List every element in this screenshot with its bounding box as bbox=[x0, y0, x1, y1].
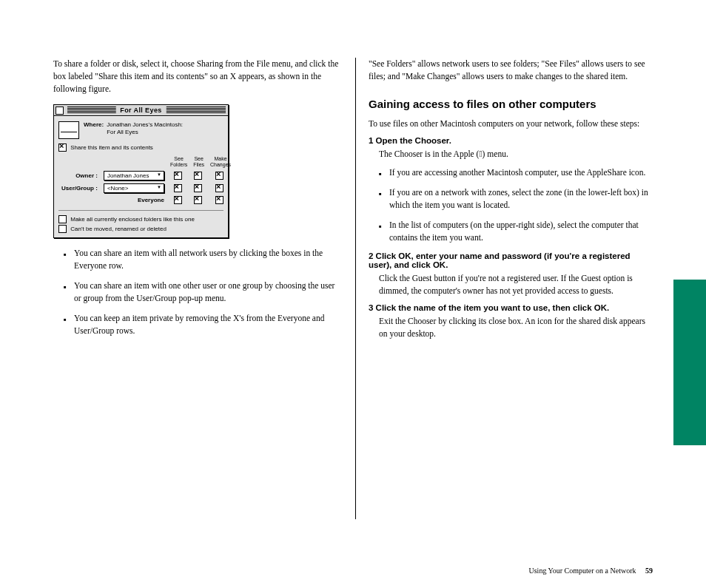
everyone-see-files-checkbox[interactable] bbox=[194, 196, 202, 204]
sharing-window: For All Eyes Where: Jonathan Jones's Mac… bbox=[53, 104, 229, 238]
make-enclosed-checkbox[interactable] bbox=[58, 215, 67, 223]
share-checkbox-label: Share this item and its contents bbox=[70, 144, 153, 151]
footer-section: Using Your Computer on a Network bbox=[529, 567, 636, 575]
group-row-label: User/Group : bbox=[58, 182, 101, 195]
column-divider bbox=[355, 58, 356, 519]
step-1-body: The Chooser is in the Apple () menu. bbox=[369, 148, 651, 160]
permissions-table: See Folders See Files Make Changes Owner… bbox=[58, 156, 234, 206]
group-see-folders-checkbox[interactable] bbox=[174, 184, 182, 192]
group-popup[interactable]: <None> bbox=[104, 183, 164, 193]
locked-checkbox[interactable] bbox=[58, 225, 67, 233]
step-1-label: 1 Open the Chooser. bbox=[369, 136, 651, 145]
close-box-icon[interactable] bbox=[56, 107, 64, 115]
everyone-row-label: Everyone bbox=[101, 195, 167, 206]
where-label: Where: bbox=[84, 121, 104, 128]
share-checkbox-row: Share this item and its contents bbox=[58, 143, 223, 152]
window-titlebar: For All Eyes bbox=[54, 105, 228, 116]
right-bullet-3: In the list of computers (on the upper-r… bbox=[369, 219, 651, 244]
left-bullet-2: You can share an item with one other use… bbox=[53, 280, 342, 305]
step-3-label: 3 Click the name of the item you want to… bbox=[369, 303, 651, 312]
left-bullet-3: You can keep an item private by removing… bbox=[53, 312, 342, 337]
locked-label: Can't be moved, renamed or deleted bbox=[70, 226, 167, 232]
lead-text: To use files on other Macintosh computer… bbox=[369, 118, 651, 130]
group-make-changes-checkbox[interactable] bbox=[215, 184, 223, 192]
intro-paragraph: To share a folder or disk, select it, ch… bbox=[53, 58, 342, 95]
left-column: To share a folder or disk, select it, ch… bbox=[53, 58, 342, 345]
hard-disk-icon bbox=[58, 121, 79, 139]
step-2-body: Click the Guest button if you're not a r… bbox=[369, 272, 651, 297]
everyone-see-folders-checkbox[interactable] bbox=[174, 196, 182, 204]
share-checkbox[interactable] bbox=[58, 143, 67, 152]
left-bullet-list: You can share an item with all network u… bbox=[53, 247, 342, 337]
everyone-make-changes-checkbox[interactable] bbox=[215, 196, 223, 204]
owner-popup[interactable]: Jonathan Jones bbox=[104, 171, 164, 180]
owner-make-changes-checkbox[interactable] bbox=[215, 172, 223, 180]
window-body: Where: Jonathan Jones's Macintosh: For A… bbox=[54, 116, 228, 237]
left-bullet-1: You can share an item with all network u… bbox=[53, 247, 342, 272]
right-bullet-list: If you are accessing another Macintosh c… bbox=[369, 166, 651, 244]
col-make-changes: Make Changes bbox=[207, 156, 234, 169]
page-footer: Using Your Computer on a Network 59 bbox=[53, 567, 653, 575]
section-heading: Gaining access to files on other compute… bbox=[369, 98, 651, 110]
col-see-files: See Files bbox=[190, 156, 207, 169]
right-intro: "See Folders" allows network users to se… bbox=[369, 58, 651, 83]
step-2-label: 2 Click OK, enter your name and password… bbox=[369, 251, 651, 269]
owner-see-folders-checkbox[interactable] bbox=[174, 172, 182, 180]
right-bullet-2: If you are on a network with zones, sele… bbox=[369, 186, 651, 212]
owner-row-label: Owner : bbox=[58, 169, 101, 182]
make-enclosed-label: Make all currently enclosed folders like… bbox=[70, 216, 195, 223]
window-title: For All Eyes bbox=[115, 107, 166, 114]
locked-row: Can't be moved, renamed or deleted bbox=[58, 225, 223, 233]
where-path: Jonathan Jones's Macintosh: For All Eyes bbox=[107, 121, 183, 136]
thumb-tab bbox=[673, 280, 706, 445]
right-column: "See Folders" allows network users to se… bbox=[369, 58, 651, 346]
page-number: 59 bbox=[645, 567, 653, 575]
right-bullet-1: If you are accessing another Macintosh c… bbox=[369, 166, 651, 179]
group-see-files-checkbox[interactable] bbox=[194, 184, 202, 192]
col-see-folders: See Folders bbox=[167, 156, 190, 169]
step-3-body: Exit the Chooser by clicking its close b… bbox=[369, 315, 651, 340]
make-enclosed-row: Make all currently enclosed folders like… bbox=[58, 215, 223, 223]
owner-see-files-checkbox[interactable] bbox=[194, 172, 202, 180]
